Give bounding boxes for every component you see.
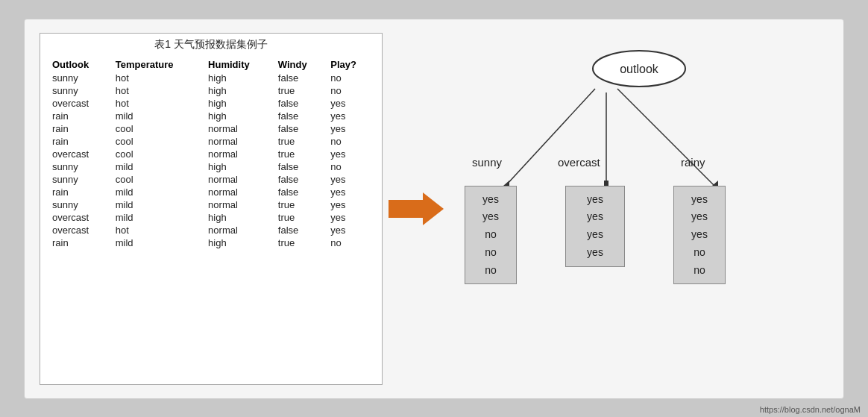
main-card: 表1 天气预报数据集例子 Outlook Temperature Humidit… xyxy=(24,19,844,399)
table-cell: overcast xyxy=(48,224,111,236)
table-cell: sunny xyxy=(48,198,111,211)
table-cell: cool xyxy=(111,135,204,148)
table-cell: rain xyxy=(48,236,111,249)
table-row: sunnymildnormaltrueyes xyxy=(48,198,374,211)
leaf-overcast: yes yes yes yes xyxy=(565,186,625,267)
tree-container: outlook sunny overcast rainy yes yes no … xyxy=(450,40,828,385)
table-cell: cool xyxy=(111,148,204,160)
svg-line-0 xyxy=(506,89,595,186)
table-row: overcasthothighfalseyes xyxy=(48,97,374,110)
table-cell: false xyxy=(274,224,327,236)
table-cell: true xyxy=(274,211,327,224)
table-cell: false xyxy=(274,173,327,186)
table-cell: rain xyxy=(48,110,111,122)
table-row: rainmildhightrueno xyxy=(48,236,374,249)
table-cell: false xyxy=(274,122,327,135)
table-cell: normal xyxy=(204,135,274,148)
table-row: rainmildnormalfalseyes xyxy=(48,186,374,198)
table-row: sunnyhothighfalseno xyxy=(48,72,374,84)
table-header-row: Outlook Temperature Humidity Windy Play? xyxy=(48,57,374,72)
table-cell: yes xyxy=(326,173,374,186)
table-cell: mild xyxy=(111,160,204,173)
table-cell: false xyxy=(274,97,327,110)
table-body: sunnyhothighfalsenosunnyhothightruenoove… xyxy=(48,72,374,249)
table-cell: hot xyxy=(111,84,204,97)
table-cell: no xyxy=(326,135,374,148)
root-label: outlook xyxy=(620,63,659,75)
col-header-humidity: Humidity xyxy=(204,57,274,72)
table-row: sunnycoolnormalfalseyes xyxy=(48,173,374,186)
table-cell: overcast xyxy=(48,97,111,110)
table-cell: true xyxy=(274,84,327,97)
data-table: Outlook Temperature Humidity Windy Play?… xyxy=(48,57,374,249)
footer-url: https://blog.csdn.net/ognaM xyxy=(760,405,861,414)
table-cell: true xyxy=(274,135,327,148)
table-cell: high xyxy=(204,84,274,97)
table-cell: yes xyxy=(326,211,374,224)
table-cell: yes xyxy=(326,224,374,236)
table-cell: normal xyxy=(204,173,274,186)
table-cell: false xyxy=(274,72,327,84)
table-cell: high xyxy=(204,97,274,110)
table-row: overcastcoolnormaltrueyes xyxy=(48,148,374,160)
table-cell: false xyxy=(274,160,327,173)
table-cell: yes xyxy=(326,110,374,122)
root-ellipse-svg: outlook xyxy=(591,48,688,89)
table-cell: normal xyxy=(204,122,274,135)
table-section: 表1 天气预报数据集例子 Outlook Temperature Humidit… xyxy=(40,33,383,385)
table-row: raincoolnormalfalseyes xyxy=(48,122,374,135)
table-cell: overcast xyxy=(48,211,111,224)
table-cell: mild xyxy=(111,198,204,211)
table-cell: yes xyxy=(326,97,374,110)
table-row: sunnymildhighfalseno xyxy=(48,160,374,173)
table-cell: normal xyxy=(204,198,274,211)
col-header-play: Play? xyxy=(326,57,374,72)
leaf-rainy: yes yes yes no no xyxy=(673,186,726,285)
col-header-windy: Windy xyxy=(274,57,327,72)
table-cell: rain xyxy=(48,186,111,198)
table-row: raincoolnormaltrueno xyxy=(48,135,374,148)
label-sunny: sunny xyxy=(472,156,502,169)
table-cell: sunny xyxy=(48,84,111,97)
table-cell: sunny xyxy=(48,173,111,186)
svg-marker-4 xyxy=(604,181,608,186)
table-cell: sunny xyxy=(48,160,111,173)
table-cell: mild xyxy=(111,236,204,249)
table-cell: false xyxy=(274,186,327,198)
table-cell: normal xyxy=(204,148,274,160)
leaf-sunny: yes yes no no no xyxy=(465,186,517,285)
table-cell: true xyxy=(274,198,327,211)
table-cell: mild xyxy=(111,186,204,198)
table-row: sunnyhothightrueno xyxy=(48,84,374,97)
table-cell: hot xyxy=(111,224,204,236)
table-cell: high xyxy=(204,110,274,122)
table-cell: no xyxy=(326,72,374,84)
table-cell: true xyxy=(274,148,327,160)
table-cell: high xyxy=(204,72,274,84)
svg-line-2 xyxy=(617,89,714,186)
table-cell: false xyxy=(274,110,327,122)
table-cell: no xyxy=(326,160,374,173)
table-cell: cool xyxy=(111,122,204,135)
label-rainy: rainy xyxy=(681,156,705,169)
table-cell: high xyxy=(204,236,274,249)
table-cell: overcast xyxy=(48,148,111,160)
label-overcast: overcast xyxy=(558,156,600,169)
table-cell: yes xyxy=(326,186,374,198)
table-cell: normal xyxy=(204,224,274,236)
root-node: outlook xyxy=(591,48,688,91)
table-cell: normal xyxy=(204,186,274,198)
col-header-outlook: Outlook xyxy=(48,57,111,72)
arrow-section xyxy=(390,33,442,385)
table-cell: mild xyxy=(111,211,204,224)
table-row: overcasthotnormalfalseyes xyxy=(48,224,374,236)
table-cell: mild xyxy=(111,110,204,122)
table-cell: no xyxy=(326,236,374,249)
table-cell: high xyxy=(204,160,274,173)
table-row: rainmildhighfalseyes xyxy=(48,110,374,122)
table-title: 表1 天气预报数据集例子 xyxy=(48,38,374,51)
table-cell: yes xyxy=(326,148,374,160)
table-cell: cool xyxy=(111,173,204,186)
table-cell: hot xyxy=(111,72,204,84)
table-cell: rain xyxy=(48,122,111,135)
